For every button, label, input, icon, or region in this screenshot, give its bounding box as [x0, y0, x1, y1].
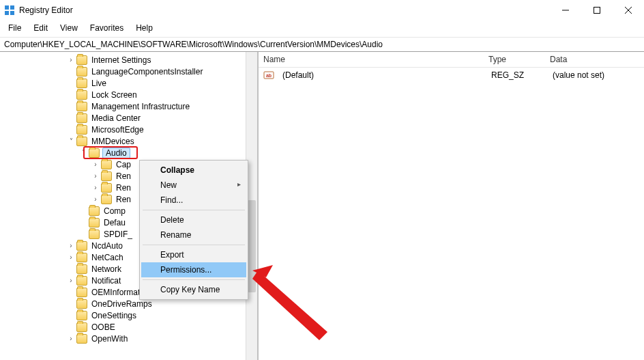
context-menu-item[interactable]: New	[141, 178, 246, 193]
tree-item[interactable]: LanguageComponentsInstaller	[0, 66, 257, 77]
chevron-down-icon[interactable]: ˅	[78, 149, 89, 156]
list-pane: Name Type Data ab (Default) REG_SZ (valu…	[258, 52, 644, 360]
column-header-type[interactable]: Type	[483, 52, 544, 67]
tree-item-label: Internet Settings	[90, 55, 152, 65]
menu-view[interactable]: View	[55, 22, 83, 34]
regedit-app-icon	[4, 5, 15, 16]
folder-icon	[101, 183, 112, 193]
tree-item-label: Lock Screen	[90, 90, 138, 100]
tree-item-label: Management Infrastructure	[90, 102, 191, 111]
folder-icon	[89, 206, 100, 216]
tree-item[interactable]: ›OpenWith	[0, 333, 257, 344]
column-header-data[interactable]: Data	[544, 52, 644, 67]
svg-rect-5	[594, 8, 600, 14]
tree-item-label: LanguageComponentsInstaller	[90, 67, 204, 77]
context-menu-item[interactable]: Collapse	[141, 163, 246, 178]
svg-text:ab: ab	[266, 73, 272, 78]
folder-icon	[101, 171, 112, 181]
tree-item-label: OneDriveRamps	[90, 299, 153, 309]
column-header-name[interactable]: Name	[258, 52, 483, 67]
folder-icon	[76, 253, 87, 262]
context-menu: CollapseNewFind...DeleteRenameExportPerm…	[139, 160, 248, 300]
tree-item-label: Defau	[102, 218, 127, 227]
folder-icon	[76, 299, 87, 309]
address-bar[interactable]: Computer\HKEY_LOCAL_MACHINE\SOFTWARE\Mic…	[0, 37, 644, 52]
menubar: File Edit View Favorites Help	[0, 20, 644, 37]
folder-icon	[76, 334, 87, 344]
folder-icon	[76, 137, 87, 146]
folder-icon	[76, 55, 87, 65]
context-menu-separator	[143, 210, 245, 210]
context-menu-item[interactable]: Rename	[141, 227, 246, 243]
folder-icon	[89, 230, 100, 239]
context-menu-separator	[143, 279, 245, 280]
chevron-down-icon[interactable]: ˅	[65, 137, 76, 145]
tree-item-label: Comp	[102, 206, 127, 216]
tree-item[interactable]: ˅Audio	[0, 147, 257, 158]
folder-icon	[76, 241, 87, 251]
tree-pane: ›Internet SettingsLanguageComponentsInst…	[0, 52, 258, 360]
context-menu-item[interactable]: Copy Key Name	[141, 282, 246, 297]
chevron-right-icon[interactable]: ›	[65, 253, 76, 261]
folder-icon	[76, 79, 87, 88]
tree-item[interactable]: Live	[0, 77, 257, 89]
chevron-right-icon[interactable]: ›	[90, 184, 101, 191]
tree-item[interactable]: ›Internet Settings	[0, 54, 257, 66]
chevron-right-icon[interactable]: ›	[90, 195, 101, 203]
tree-item-label: Live	[90, 79, 108, 88]
chevron-right-icon[interactable]: ›	[65, 277, 76, 284]
close-button[interactable]	[613, 0, 644, 20]
tree-item[interactable]: Lock Screen	[0, 89, 257, 100]
folder-icon	[76, 102, 87, 111]
tree-item[interactable]: OneSettings	[0, 309, 257, 321]
tree-item[interactable]: ˅MMDevices	[0, 135, 257, 147]
menu-file[interactable]: File	[3, 22, 27, 34]
context-menu-item[interactable]: Permissions...	[141, 262, 246, 277]
scrollbar-thumb[interactable]	[248, 200, 256, 292]
chevron-right-icon[interactable]: ›	[90, 172, 101, 180]
folder-icon	[89, 218, 100, 227]
menu-help[interactable]: Help	[130, 22, 158, 34]
tree-item[interactable]: OOBE	[0, 321, 257, 333]
folder-icon	[76, 264, 87, 274]
tree-item[interactable]: Media Center	[0, 112, 257, 124]
folder-icon	[76, 288, 87, 297]
folder-icon	[101, 160, 112, 169]
svg-rect-3	[10, 11, 14, 15]
folder-icon	[76, 125, 87, 135]
reg-string-icon: ab	[263, 70, 274, 81]
svg-rect-1	[10, 5, 14, 10]
context-menu-item[interactable]: Export	[141, 247, 246, 262]
tree-item-label: OneSettings	[90, 311, 138, 320]
chevron-right-icon[interactable]: ›	[65, 335, 76, 342]
chevron-right-icon[interactable]: ›	[90, 161, 101, 168]
folder-icon	[76, 90, 87, 100]
tree-item-label: OOBE	[90, 322, 117, 332]
maximize-button[interactable]	[581, 0, 613, 20]
chevron-right-icon[interactable]: ›	[65, 242, 76, 249]
svg-rect-2	[5, 11, 9, 15]
tree-item[interactable]: Management Infrastructure	[0, 100, 257, 112]
cell-data: (value not set)	[547, 69, 644, 81]
window-title: Registry Editor	[19, 5, 73, 15]
tree-item-label: Media Center	[90, 113, 142, 123]
titlebar: Registry Editor	[0, 0, 644, 20]
menu-edit[interactable]: Edit	[28, 22, 53, 34]
chevron-right-icon[interactable]: ›	[65, 56, 76, 64]
folder-icon	[76, 113, 87, 123]
minimize-button[interactable]	[550, 0, 581, 20]
context-menu-item[interactable]: Find...	[141, 193, 246, 208]
menu-favorites[interactable]: Favorites	[85, 22, 129, 34]
tree-item[interactable]: MicrosoftEdge	[0, 124, 257, 135]
context-menu-item[interactable]: Delete	[141, 212, 246, 227]
tree-item-label: Ren	[115, 183, 132, 193]
tree-item-label: Ren	[115, 171, 132, 181]
tree-item-label: NcdAuto	[90, 241, 124, 251]
folder-icon	[89, 148, 100, 158]
list-row[interactable]: ab (Default) REG_SZ (value not set)	[258, 68, 644, 83]
tree-item-label: Cap	[115, 160, 132, 169]
svg-rect-0	[5, 5, 9, 10]
tree-item-label: OpenWith	[90, 334, 129, 344]
tree-item-label: Network	[90, 264, 123, 274]
folder-icon	[76, 67, 87, 77]
